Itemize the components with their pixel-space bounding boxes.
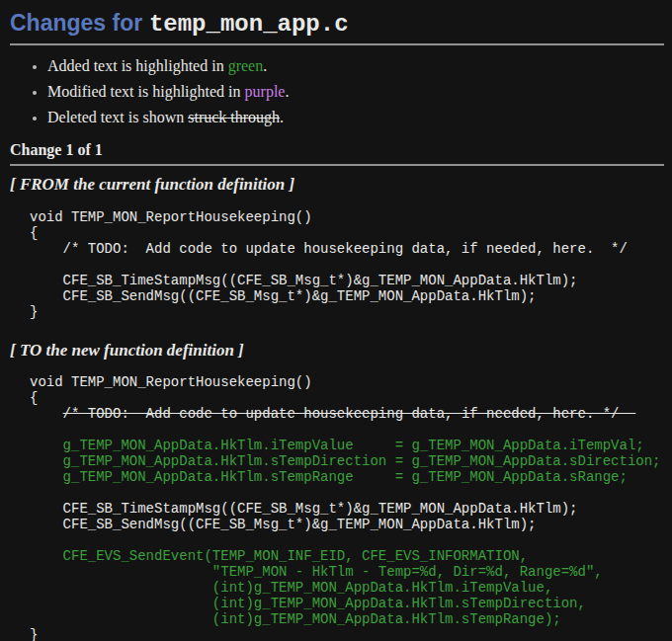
code-block-to: void TEMP_MON_ReportHousekeeping() { /* … <box>30 374 664 641</box>
page-title-filename: temp_mon_app.c <box>149 11 349 38</box>
changes-page: Changes fortemp_mon_app.c Added text is … <box>10 8 664 641</box>
code-line: (int)g_TEMP_MON_AppData.HkTlm.iTempValue… <box>30 580 552 596</box>
legend-list: Added text is highlighted in green. Modi… <box>10 57 664 127</box>
code-line: } <box>30 627 38 641</box>
code-line: CFE_SB_SendMsg((CFE_SB_Msg_t*)&g_TEMP_MO… <box>30 288 536 304</box>
code-line: (int)g_TEMP_MON_AppData.HkTlm.sTempRange… <box>30 611 561 627</box>
code-line: CFE_SB_TimeStampMsg((CFE_SB_Msg_t*)&g_TE… <box>30 501 578 517</box>
legend-deleted-highlight: struck through <box>188 109 280 125</box>
code-line: { <box>30 225 38 241</box>
from-heading: [ FROM the current function definition ] <box>10 175 664 195</box>
code-line: /* TODO: Add code to update housekeeping… <box>30 241 628 257</box>
code-line: g_TEMP_MON_AppData.HkTlm.iTempValue = g_… <box>30 438 644 453</box>
code-line: g_TEMP_MON_AppData.HkTlm.sTempDirection … <box>30 453 661 469</box>
code-line: CFE_SB_TimeStampMsg((CFE_SB_Msg_t*)&g_TE… <box>30 273 578 288</box>
code-line: "TEMP_MON - HkTlm - Temp=%d, Dir=%d, Ran… <box>30 564 603 580</box>
legend-modified-period: . <box>285 83 289 100</box>
code-line: CFE_SB_SendMsg((CFE_SB_Msg_t*)&g_TEMP_MO… <box>30 517 536 532</box>
to-heading: [ TO the new function definition ] <box>10 341 664 361</box>
code-block-from: void TEMP_MON_ReportHousekeeping() { /* … <box>30 209 664 320</box>
code-line: (int)g_TEMP_MON_AppData.HkTlm.sTempDirec… <box>30 596 586 611</box>
code-line: void TEMP_MON_ReportHousekeeping() <box>30 374 312 390</box>
legend-item-added: Added text is highlighted in green. <box>47 57 664 75</box>
change-counter: Change 1 of 1 <box>10 141 664 159</box>
code-line: } <box>30 304 38 320</box>
legend-item-deleted: Deleted text is shown struck through. <box>47 109 664 126</box>
title-divider <box>10 43 664 45</box>
legend-item-modified: Modified text is highlighted in purple. <box>47 83 664 101</box>
code-line: /* TODO: Add code to update housekeeping… <box>63 406 636 422</box>
legend-modified-highlight: purple <box>245 83 286 100</box>
page-title: Changes fortemp_mon_app.c <box>10 8 664 39</box>
legend-deleted-text: Deleted text is shown <box>47 109 188 125</box>
code-line: g_TEMP_MON_AppData.HkTlm.sTempRange = g_… <box>30 469 628 485</box>
code-line: { <box>30 390 38 406</box>
legend-added-text: Added text is highlighted in <box>47 57 228 74</box>
change-divider <box>10 164 664 166</box>
code-line: void TEMP_MON_ReportHousekeeping() <box>30 209 312 225</box>
code-line: CFE_EVS_SendEvent(TEMP_MON_INF_EID, CFE_… <box>30 548 528 564</box>
legend-added-highlight: green <box>228 57 264 74</box>
legend-modified-text: Modified text is highlighted in <box>47 83 245 100</box>
legend-added-period: . <box>263 57 267 74</box>
legend-deleted-period: . <box>280 109 284 125</box>
page-title-prefix: Changes for <box>10 10 142 36</box>
